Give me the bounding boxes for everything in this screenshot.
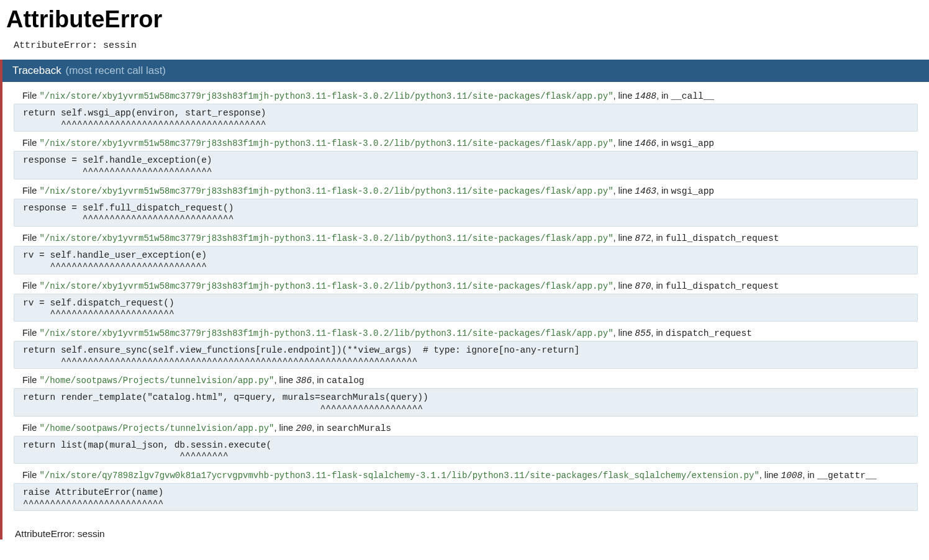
frame-line-number: 1463 bbox=[635, 186, 656, 196]
traceback-frame[interactable]: File "/home/sootpaws/Projects/tunnelvisi… bbox=[14, 423, 918, 464]
frame-function: catalog bbox=[327, 376, 365, 386]
frame-location: File "/nix/store/xby1yvrm51w58mc3779rj83… bbox=[22, 138, 918, 148]
frame-line-number: 386 bbox=[296, 376, 312, 386]
frame-path: "/home/sootpaws/Projects/tunnelvision/ap… bbox=[39, 423, 274, 433]
frame-path: "/nix/store/qy7898zlgv7gvw0k81a17ycrvgpv… bbox=[39, 471, 759, 481]
frame-location: File "/nix/store/xby1yvrm51w58mc3779rj83… bbox=[22, 328, 918, 338]
traceback-frame[interactable]: File "/home/sootpaws/Projects/tunnelvisi… bbox=[14, 375, 918, 416]
traceback-header-label: Traceback bbox=[12, 65, 61, 76]
frame-path: "/nix/store/xby1yvrm51w58mc3779rj83sh83f… bbox=[39, 281, 613, 291]
frame-line-number: 855 bbox=[635, 328, 651, 338]
frame-function: dispatch_request bbox=[666, 328, 752, 338]
traceback-frame[interactable]: File "/nix/store/xby1yvrm51w58mc3779rj83… bbox=[14, 233, 918, 274]
frame-location: File "/nix/store/xby1yvrm51w58mc3779rj83… bbox=[22, 281, 918, 291]
traceback-frame[interactable]: File "/nix/store/xby1yvrm51w58mc3779rj83… bbox=[14, 138, 918, 179]
frame-code[interactable]: response = self.handle_exception(e) ^^^^… bbox=[14, 151, 918, 179]
traceback-header-recent: (most recent call last) bbox=[65, 65, 166, 76]
frame-path: "/nix/store/xby1yvrm51w58mc3779rj83sh83f… bbox=[39, 91, 613, 101]
frame-function: wsgi_app bbox=[671, 138, 714, 148]
frame-line-number: 200 bbox=[296, 423, 312, 433]
frame-code[interactable]: return render_template("catalog.html", q… bbox=[14, 388, 918, 416]
frame-location: File "/nix/store/qy7898zlgv7gvw0k81a17yc… bbox=[22, 470, 918, 481]
page-title: AttributeError bbox=[6, 6, 929, 33]
frame-location: File "/home/sootpaws/Projects/tunnelvisi… bbox=[22, 423, 918, 433]
frame-code[interactable]: return self.ensure_sync(self.view_functi… bbox=[14, 341, 918, 369]
frame-code[interactable]: response = self.full_dispatch_request() … bbox=[14, 199, 918, 227]
frame-location: File "/nix/store/xby1yvrm51w58mc3779rj83… bbox=[22, 186, 918, 196]
traceback-frame[interactable]: File "/nix/store/xby1yvrm51w58mc3779rj83… bbox=[14, 91, 918, 132]
frame-code[interactable]: raise AttributeError(name) ^^^^^^^^^^^^^… bbox=[14, 483, 918, 511]
traceback-container: Traceback (most recent call last) File "… bbox=[0, 60, 929, 540]
frame-path: "/home/sootpaws/Projects/tunnelvision/ap… bbox=[39, 376, 274, 386]
frame-path: "/nix/store/xby1yvrm51w58mc3779rj83sh83f… bbox=[39, 233, 613, 243]
frame-location: File "/nix/store/xby1yvrm51w58mc3779rj83… bbox=[22, 91, 918, 101]
frame-code[interactable]: return self.wsgi_app(environ, start_resp… bbox=[14, 104, 918, 132]
frame-code[interactable]: return list(map(mural_json, db.sessin.ex… bbox=[14, 436, 918, 464]
frame-code[interactable]: rv = self.handle_user_exception(e) ^^^^^… bbox=[14, 246, 918, 274]
frame-function: full_dispatch_request bbox=[666, 233, 779, 243]
frame-location: File "/nix/store/xby1yvrm51w58mc3779rj83… bbox=[22, 233, 918, 243]
traceback-frames: File "/nix/store/xby1yvrm51w58mc3779rj83… bbox=[2, 82, 929, 522]
frame-function: full_dispatch_request bbox=[666, 281, 779, 291]
frame-code[interactable]: rv = self.dispatch_request() ^^^^^^^^^^^… bbox=[14, 294, 918, 322]
frame-line-number: 870 bbox=[635, 281, 651, 291]
traceback-header[interactable]: Traceback (most recent call last) bbox=[2, 60, 929, 82]
frame-line-number: 1488 bbox=[635, 91, 656, 101]
frame-path: "/nix/store/xby1yvrm51w58mc3779rj83sh83f… bbox=[39, 138, 613, 148]
frame-function: searchMurals bbox=[327, 423, 391, 433]
frame-function: wsgi_app bbox=[671, 186, 714, 196]
frame-path: "/nix/store/xby1yvrm51w58mc3779rj83sh83f… bbox=[39, 186, 613, 196]
frame-line-number: 872 bbox=[635, 233, 651, 243]
error-summary: AttributeError: sessin bbox=[14, 40, 929, 51]
traceback-frame[interactable]: File "/nix/store/xby1yvrm51w58mc3779rj83… bbox=[14, 328, 918, 369]
traceback-frame[interactable]: File "/nix/store/qy7898zlgv7gvw0k81a17yc… bbox=[14, 470, 918, 511]
traceback-frame[interactable]: File "/nix/store/xby1yvrm51w58mc3779rj83… bbox=[14, 186, 918, 227]
frame-function: __call__ bbox=[671, 91, 714, 101]
frame-location: File "/home/sootpaws/Projects/tunnelvisi… bbox=[22, 375, 918, 386]
frame-function: __getattr__ bbox=[817, 471, 877, 481]
frame-path: "/nix/store/xby1yvrm51w58mc3779rj83sh83f… bbox=[39, 328, 613, 338]
frame-line-number: 1008 bbox=[781, 471, 802, 481]
final-error: AttributeError: sessin bbox=[15, 528, 929, 540]
frame-line-number: 1466 bbox=[635, 138, 656, 148]
traceback-frame[interactable]: File "/nix/store/xby1yvrm51w58mc3779rj83… bbox=[14, 281, 918, 322]
